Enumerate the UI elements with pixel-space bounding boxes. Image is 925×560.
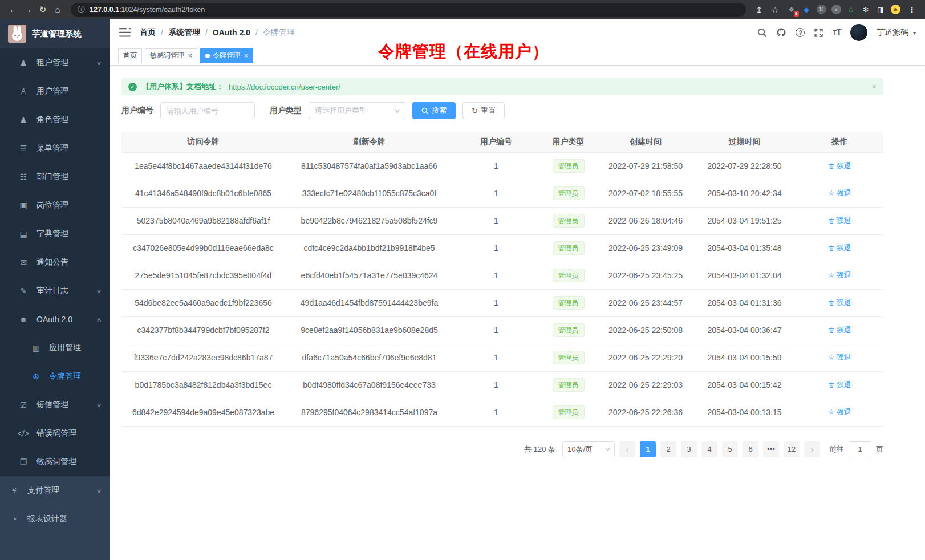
menu-icon: ♙	[17, 87, 30, 96]
page-button-4[interactable]: 4	[701, 441, 717, 457]
page-button-2[interactable]: 2	[660, 441, 676, 457]
force-logout-button[interactable]: 强退	[828, 188, 851, 198]
recorder-extension-icon[interactable]: ●	[830, 3, 842, 16]
tab-敏感词管理[interactable]: 敏感词管理 ×	[145, 48, 197, 63]
page-size-select[interactable]: 10条/页 ∨	[562, 441, 615, 457]
alert-close-icon[interactable]: ×	[872, 82, 877, 91]
page-button-6[interactable]: 6	[743, 441, 758, 457]
force-logout-button[interactable]: 强退	[828, 161, 851, 171]
sidebar-item-sms[interactable]: ☑ 短信管理 ∨	[0, 391, 110, 419]
sidebar-item-user[interactable]: ♙ 用户管理	[0, 77, 110, 105]
sidebar-item-label: 敏感词管理	[36, 457, 76, 467]
page-ellipsis[interactable]: •••	[763, 441, 779, 457]
sidebar-item-post[interactable]: ▣ 岗位管理	[0, 191, 110, 220]
page-button-12[interactable]: 12	[784, 441, 800, 457]
menu-icon: ¥	[8, 486, 21, 495]
next-page-button[interactable]: ›	[804, 441, 820, 457]
search-button[interactable]: 搜索	[412, 102, 456, 119]
fullscreen-icon[interactable]	[814, 28, 823, 38]
user-type-select[interactable]: 请选择用户类型 ∨	[309, 102, 405, 119]
column-header: 刷新令牌	[285, 132, 453, 152]
sidebar-item-oauth2[interactable]: ☻ OAuth 2.0 ∧	[0, 305, 110, 334]
reload-icon[interactable]: ↻	[35, 0, 50, 19]
user-dropdown-caret-icon[interactable]: ▾	[913, 30, 916, 36]
action-cell: 强退	[796, 289, 883, 316]
force-logout-button[interactable]: 强退	[828, 243, 851, 253]
sidebar-item-sensitive-word[interactable]: ❐ 敏感词管理	[0, 448, 110, 476]
access-token-cell: 6d842e2924594de9a09e45e087323abe	[121, 399, 285, 426]
force-logout-button[interactable]: 强退	[828, 380, 851, 390]
puzzle-extension-icon[interactable]: ✻	[860, 3, 871, 16]
page-button-5[interactable]: 5	[722, 441, 738, 457]
sidebar-item-oauth2-token[interactable]: ⊛ 令牌管理	[0, 362, 110, 391]
menu-icon: ☷	[17, 172, 30, 181]
sidebar-item-label: 租户管理	[36, 58, 68, 68]
user-id-input[interactable]	[160, 102, 255, 119]
user-id-cell: 1	[453, 262, 539, 289]
jump-suffix: 页	[876, 444, 883, 455]
table-row: c342377bf8b344799dcbf7bf095287f2 9ce8ef2…	[121, 316, 883, 344]
user-id-cell: 1	[453, 399, 539, 426]
browser-menu-icon[interactable]: ⋮	[904, 5, 919, 14]
help-icon[interactable]: ?	[796, 28, 805, 37]
github-icon[interactable]	[776, 27, 786, 38]
home-icon[interactable]: ⌂	[50, 0, 65, 19]
sidebar-item-dict[interactable]: ▤ 字典管理	[0, 220, 110, 248]
prev-page-button[interactable]: ‹	[619, 441, 635, 457]
doc-link[interactable]: https://doc.iocoder.cn/user-center/	[229, 83, 340, 91]
force-logout-button[interactable]: 强退	[828, 352, 851, 363]
tab-close-icon[interactable]: ×	[188, 52, 192, 60]
sidepanel-extension-icon[interactable]: ◨	[875, 3, 886, 16]
sidebar-item-oauth2-app[interactable]: ▥ 应用管理	[0, 334, 110, 362]
sidebar-item-menu[interactable]: ☰ 菜单管理	[0, 134, 110, 163]
page-button-1[interactable]: 1	[640, 441, 656, 457]
app-logo[interactable]: 芋道管理系统	[0, 19, 110, 48]
command-extension-icon[interactable]: ⌘	[816, 3, 827, 16]
forward-icon[interactable]: →	[21, 0, 35, 19]
user-type-tag: 管理员	[553, 241, 585, 255]
force-logout-button[interactable]: 强退	[828, 298, 851, 308]
expire-time-cell: 2054-03-04 01:32:04	[693, 262, 796, 289]
share-icon[interactable]: ↥	[752, 5, 766, 14]
screen: ←→↻⌂ ⓘ 127.0.0.1:1024/system/oauth2/toke…	[0, 0, 925, 560]
star-extension-icon[interactable]: ✩	[845, 3, 857, 16]
force-logout-button[interactable]: 强退	[828, 325, 851, 335]
action-cell: 强退	[796, 180, 883, 207]
sidebar-item-error-code[interactable]: </> 错误码管理	[0, 419, 110, 448]
sidebar-collapse-icon[interactable]	[119, 27, 131, 38]
site-info-icon[interactable]: ⓘ	[78, 5, 85, 15]
user-id-cell: 1	[453, 207, 539, 234]
reset-button[interactable]: ↻ 重置	[462, 102, 505, 119]
sidebar-item-pay[interactable]: ¥ 支付管理 ∨	[0, 476, 110, 505]
force-logout-button[interactable]: 强退	[828, 270, 851, 281]
tab-close-icon[interactable]: ×	[244, 52, 248, 60]
bookmark-star-icon[interactable]: ☆	[768, 5, 782, 14]
extensions-badge-icon[interactable]: ❖9	[786, 3, 797, 16]
gem-extension-icon[interactable]: ◆	[801, 3, 812, 16]
username[interactable]: 芋道源码	[877, 27, 908, 38]
user-type-tag: 管理员	[553, 378, 585, 392]
address-bar[interactable]: ⓘ 127.0.0.1:1024/system/oauth2/token	[71, 3, 746, 17]
tab-令牌管理[interactable]: 令牌管理 ×	[200, 48, 253, 63]
sidebar-item-notice[interactable]: ✉ 通知公告	[0, 248, 110, 277]
force-logout-button[interactable]: 强退	[828, 407, 851, 417]
user-avatar[interactable]	[850, 24, 867, 41]
tab-首页[interactable]: 首页	[118, 48, 142, 63]
breadcrumb-item[interactable]: OAuth 2.0	[213, 28, 250, 37]
jump-page-input[interactable]	[849, 441, 871, 457]
sidebar-item-tenant[interactable]: ♟ 租户管理 ∨	[0, 48, 110, 77]
back-icon[interactable]: ←	[6, 0, 21, 19]
search-icon[interactable]	[757, 28, 767, 38]
sidebar-item-report-designer[interactable]: ◔ 报表设计器	[0, 505, 110, 533]
sidebar-item-audit-log[interactable]: ✎ 审计日志 ∨	[0, 277, 110, 305]
sidebar-item-role[interactable]: ♟ 角色管理	[0, 105, 110, 134]
breadcrumb-item[interactable]: 首页	[140, 27, 156, 38]
profile-emoji-icon[interactable]: ☻	[890, 3, 901, 16]
font-size-icon[interactable]: TT	[833, 27, 841, 38]
breadcrumb-item[interactable]: 系统管理	[168, 27, 200, 38]
sidebar-item-dept[interactable]: ☷ 部门管理	[0, 163, 110, 191]
force-logout-button[interactable]: 强退	[828, 216, 851, 226]
page-button-3[interactable]: 3	[681, 441, 697, 457]
token-table: 访问令牌刷新令牌用户编号用户类型创建时间过期时间操作 1ea5e44f8bc14…	[121, 132, 883, 427]
user-type-placeholder: 请选择用户类型	[315, 105, 367, 116]
